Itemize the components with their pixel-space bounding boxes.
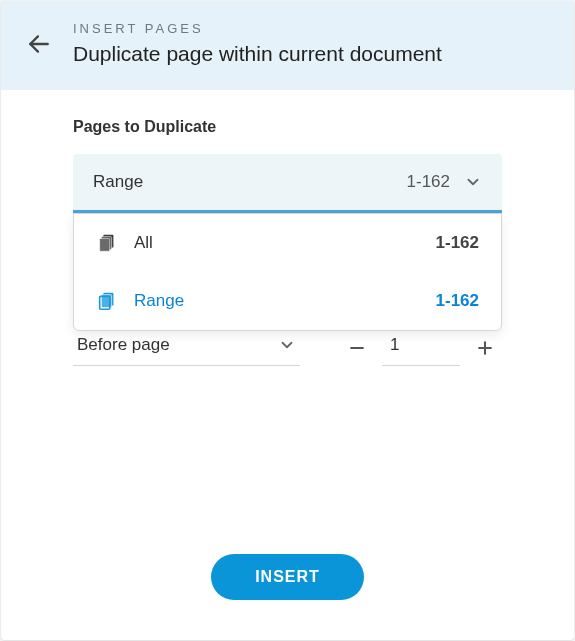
dropdown-item-all[interactable]: All 1-162 xyxy=(74,214,501,272)
range-select-value: 1-162 xyxy=(407,172,450,192)
back-button[interactable] xyxy=(25,30,53,58)
placement-row: Before page xyxy=(73,329,502,366)
chevron-down-icon xyxy=(464,173,482,191)
range-select-right: 1-162 xyxy=(407,172,482,192)
chevron-down-icon xyxy=(278,336,296,354)
range-dropdown: All 1-162 Range 1-162 xyxy=(73,213,502,331)
range-select-label: Range xyxy=(93,172,143,192)
range-select[interactable]: Range 1-162 xyxy=(73,154,502,213)
dialog-header: INSERT PAGES Duplicate page within curre… xyxy=(1,1,574,90)
dropdown-item-label: Range xyxy=(134,291,184,311)
svg-rect-3 xyxy=(100,238,110,251)
dialog-footer: INSERT xyxy=(1,524,574,640)
page-number-input[interactable] xyxy=(382,329,460,366)
plus-icon xyxy=(475,338,495,358)
dropdown-item-range[interactable]: Range 1-162 xyxy=(74,272,501,330)
insert-pages-dialog: INSERT PAGES Duplicate page within curre… xyxy=(1,1,574,640)
decrement-button[interactable] xyxy=(340,331,374,365)
placement-label: Before page xyxy=(77,335,170,355)
dropdown-item-value: 1-162 xyxy=(436,233,479,253)
page-stepper xyxy=(340,329,502,366)
minus-icon xyxy=(347,338,367,358)
insert-button[interactable]: INSERT xyxy=(211,554,364,600)
dropdown-item-label: All xyxy=(134,233,153,253)
header-title: Duplicate page within current document xyxy=(73,42,442,66)
header-text: INSERT PAGES Duplicate page within curre… xyxy=(73,21,442,66)
pages-all-icon xyxy=(96,232,118,254)
dialog-content: Pages to Duplicate Range 1-162 All xyxy=(1,90,574,524)
placement-select[interactable]: Before page xyxy=(73,329,300,366)
pages-range-icon xyxy=(96,290,118,312)
dropdown-item-value: 1-162 xyxy=(436,291,479,311)
header-eyebrow: INSERT PAGES xyxy=(73,21,442,36)
section-label: Pages to Duplicate xyxy=(73,118,502,136)
arrow-left-icon xyxy=(26,31,52,57)
increment-button[interactable] xyxy=(468,331,502,365)
